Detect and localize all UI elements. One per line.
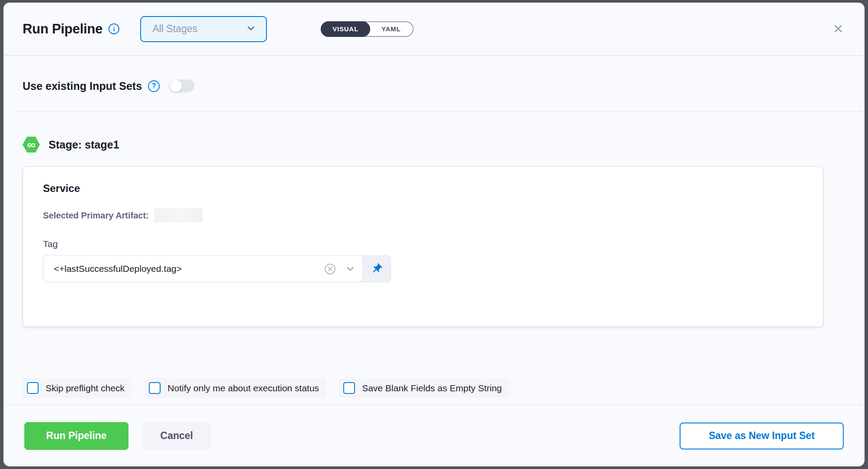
clear-icon[interactable] xyxy=(324,263,336,275)
run-pipeline-modal: Run Pipeline i All Stages VISUAL YAML ✕ … xyxy=(3,3,865,466)
modal-header: Run Pipeline i All Stages VISUAL YAML ✕ xyxy=(3,3,865,56)
option-label: Save Blank Fields as Empty String xyxy=(362,383,502,393)
visual-yaml-toggle: VISUAL YAML xyxy=(321,21,414,37)
stage-select-dropdown[interactable]: All Stages xyxy=(140,16,267,42)
chevron-down-icon xyxy=(246,23,256,35)
run-pipeline-button[interactable]: Run Pipeline xyxy=(24,422,128,450)
option-notify-only-me[interactable]: Notify only me about execution status xyxy=(145,378,326,398)
use-existing-input-sets-label: Use existing Input Sets xyxy=(23,80,142,92)
info-icon[interactable]: i xyxy=(108,23,119,34)
help-icon[interactable]: ? xyxy=(148,80,160,92)
modal-body: Use existing Input Sets ? ∞ Stage: stage… xyxy=(3,56,865,405)
toggle-knob xyxy=(170,80,182,92)
save-as-new-input-set-button[interactable]: Save as New Input Set xyxy=(680,423,844,449)
selected-artifact-value-redacted xyxy=(154,208,203,222)
section-divider xyxy=(16,111,865,112)
execution-options-row: Skip preflight check Notify only me abou… xyxy=(3,378,865,398)
use-existing-input-sets-row: Use existing Input Sets ? xyxy=(3,74,865,98)
close-icon[interactable]: ✕ xyxy=(831,21,845,37)
tab-visual[interactable]: VISUAL xyxy=(321,21,370,37)
tag-input-group xyxy=(43,255,391,282)
selected-artifact-label: Selected Primary Artifact: xyxy=(43,211,149,221)
stage-row: ∞ Stage: stage1 xyxy=(3,136,865,153)
page-title: Run Pipeline xyxy=(23,21,102,37)
option-label: Notify only me about execution status xyxy=(168,383,319,393)
tag-input[interactable] xyxy=(54,256,324,282)
option-save-blank-fields[interactable]: Save Blank Fields as Empty String xyxy=(339,378,509,398)
service-card-title: Service xyxy=(43,182,803,195)
cancel-button[interactable]: Cancel xyxy=(142,422,211,450)
modal-footer: Run Pipeline Cancel Save as New Input Se… xyxy=(3,405,865,466)
tag-label: Tag xyxy=(43,239,803,249)
service-card: Service Selected Primary Artifact: Tag xyxy=(23,166,823,327)
selected-artifact-row: Selected Primary Artifact: xyxy=(43,208,803,222)
input-sets-toggle[interactable] xyxy=(169,79,194,92)
stage-deploy-icon: ∞ xyxy=(23,136,40,153)
stage-select-value: All Stages xyxy=(152,23,197,35)
chevron-down-icon[interactable] xyxy=(345,264,355,274)
tab-yaml[interactable]: YAML xyxy=(369,25,413,33)
pin-icon xyxy=(371,263,383,275)
tag-input-icons xyxy=(324,263,355,275)
notify-only-me-checkbox[interactable] xyxy=(149,382,161,394)
option-skip-preflight[interactable]: Skip preflight check xyxy=(23,378,132,398)
save-blank-fields-checkbox[interactable] xyxy=(343,382,355,394)
pin-input-type-button[interactable] xyxy=(363,256,391,282)
option-label: Skip preflight check xyxy=(46,383,125,393)
tag-input-wrapper xyxy=(43,255,363,282)
skip-preflight-checkbox[interactable] xyxy=(27,382,39,394)
stage-label: Stage: stage1 xyxy=(49,139,119,151)
